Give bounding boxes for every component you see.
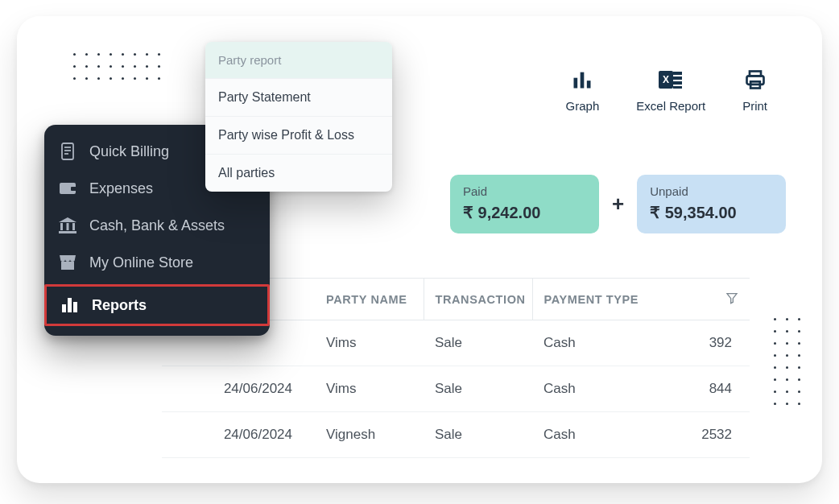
decorative-dots-right xyxy=(774,318,800,405)
wallet-icon xyxy=(59,180,76,197)
cell-date: 24/06/2024 xyxy=(162,366,315,412)
party-report-popover: Party report Party Statement Party wise … xyxy=(205,42,392,192)
svg-rect-8 xyxy=(673,86,682,89)
filter-icon[interactable] xyxy=(725,291,738,307)
svg-rect-20 xyxy=(60,223,63,230)
cell-date: 24/06/2024 xyxy=(162,412,315,458)
top-actions: Graph X Excel Report Print xyxy=(566,68,767,113)
svg-rect-0 xyxy=(574,78,578,89)
svg-rect-5 xyxy=(673,72,682,75)
svg-rect-7 xyxy=(673,81,682,85)
unpaid-value: ₹ 59,354.00 xyxy=(650,203,773,222)
unpaid-tile: Unpaid ₹ 59,354.00 xyxy=(637,175,786,233)
svg-rect-21 xyxy=(67,223,69,230)
svg-rect-18 xyxy=(71,187,76,191)
unpaid-label: Unpaid xyxy=(650,184,773,198)
paid-tile: Paid ₹ 9,242.00 xyxy=(450,175,599,233)
cell-party: Vignesh xyxy=(315,412,424,458)
graph-label: Graph xyxy=(566,99,600,113)
svg-marker-12 xyxy=(727,294,737,304)
svg-rect-25 xyxy=(62,304,66,312)
sidebar-item-label: My Online Store xyxy=(89,254,193,271)
cell-payment: Cash xyxy=(532,366,685,412)
col-party-name[interactable]: PARTY NAME xyxy=(315,279,424,320)
excel-report-label: Excel Report xyxy=(636,99,705,113)
popover-item-party-statement[interactable]: Party Statement xyxy=(205,78,392,116)
cell-payment: Cash xyxy=(532,412,685,458)
sidebar-item-label: Cash, Bank & Assets xyxy=(89,217,225,234)
svg-rect-6 xyxy=(673,76,682,80)
svg-rect-1 xyxy=(581,72,585,89)
cell-transaction: Sale xyxy=(424,412,532,458)
col-payment-type[interactable]: PAYMENT TYPE xyxy=(532,279,685,320)
sidebar-item-my-online-store[interactable]: My Online Store xyxy=(44,244,270,281)
svg-rect-22 xyxy=(72,223,75,230)
cell-amount: 844 xyxy=(685,366,750,412)
col-amount[interactable] xyxy=(685,279,750,320)
summary-tiles: Paid ₹ 9,242.00 + Unpaid ₹ 59,354.00 xyxy=(450,175,786,233)
cell-transaction: Sale xyxy=(424,320,532,366)
graph-action[interactable]: Graph xyxy=(566,68,600,113)
svg-marker-19 xyxy=(59,217,76,222)
col-transaction[interactable]: TRANSACTION xyxy=(424,279,532,320)
sidebar-item-label: Expenses xyxy=(89,180,153,197)
decorative-dots-top-left xyxy=(73,53,160,80)
svg-text:X: X xyxy=(663,74,669,85)
svg-rect-2 xyxy=(587,81,591,88)
receipt-icon xyxy=(59,143,76,160)
svg-rect-10 xyxy=(746,76,763,85)
paid-value: ₹ 9,242.00 xyxy=(463,203,586,222)
sidebar-item-reports[interactable]: Reports xyxy=(44,284,270,326)
bank-icon xyxy=(59,217,76,234)
store-icon xyxy=(59,254,76,271)
svg-rect-23 xyxy=(59,231,76,233)
svg-rect-26 xyxy=(68,298,72,312)
excel-report-action[interactable]: X Excel Report xyxy=(636,68,705,113)
popover-header: Party report xyxy=(205,42,392,78)
printer-icon xyxy=(743,68,767,91)
print-label: Print xyxy=(742,99,767,113)
popover-item-party-profit-loss[interactable]: Party wise Profit & Loss xyxy=(205,116,392,154)
table-row[interactable]: 24/06/2024 Vignesh Sale Cash 2532 xyxy=(162,412,750,458)
cell-party: Vims xyxy=(315,366,424,412)
plus-separator: + xyxy=(612,192,624,217)
svg-rect-24 xyxy=(61,262,74,270)
paid-label: Paid xyxy=(463,184,586,198)
sidebar-item-cash-bank-assets[interactable]: Cash, Bank & Assets xyxy=(44,207,270,244)
cell-amount: 2532 xyxy=(685,412,750,458)
table-row[interactable]: 24/06/2024 Vims Sale Cash 844 xyxy=(162,366,750,412)
excel-icon: X xyxy=(659,68,683,91)
svg-rect-13 xyxy=(62,143,73,159)
svg-rect-27 xyxy=(73,302,77,312)
cell-payment: Cash xyxy=(532,320,685,366)
cell-transaction: Sale xyxy=(424,366,532,412)
sidebar-item-label: Reports xyxy=(92,297,147,314)
sidebar-item-label: Quick Billing xyxy=(89,143,169,160)
cell-amount: 392 xyxy=(685,320,750,366)
cell-party: Vims xyxy=(315,320,424,366)
bar-chart-icon xyxy=(61,296,79,314)
popover-item-all-parties[interactable]: All parties xyxy=(205,154,392,192)
print-action[interactable]: Print xyxy=(742,68,767,113)
col-payment-type-label: PAYMENT TYPE xyxy=(544,293,639,306)
bar-chart-icon xyxy=(571,68,593,91)
